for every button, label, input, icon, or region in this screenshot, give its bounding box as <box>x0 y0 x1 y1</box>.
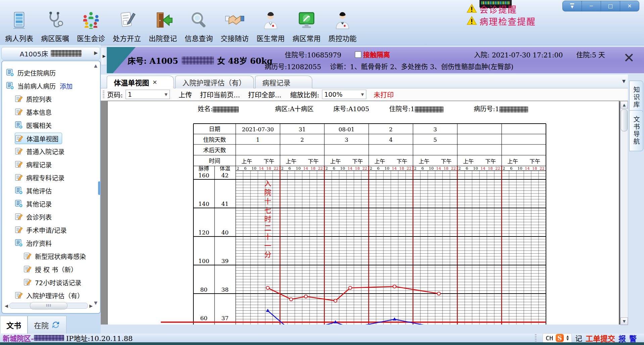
tree-scrollbar-thumb[interactable] <box>98 181 100 195</box>
sidebar-item-8[interactable]: 病程记录 <box>15 159 52 170</box>
pathology-alert-label[interactable]: 病理检查提醒 <box>479 15 536 27</box>
toolbar-button-9[interactable]: 病区常用 <box>289 3 324 43</box>
svg-text:14: 14 <box>259 166 264 171</box>
svg-text:2: 2 <box>301 137 304 143</box>
sidebar-item-label: 病程专科记录 <box>26 173 64 182</box>
document-tab-2[interactable]: 入院护理评估（有） <box>175 76 254 88</box>
sidebar-item-10[interactable]: 其他评估 <box>15 185 52 196</box>
admission-number-label: 住院号:10685979 <box>285 50 341 59</box>
sogou-ime-icon[interactable]: S <box>556 334 564 342</box>
tree-scroll-up-icon[interactable]: ▲ <box>94 63 97 68</box>
toolbar-button-7[interactable]: 交接随访 <box>218 3 252 43</box>
sidebar-item-3[interactable]: 质控列表 <box>15 93 52 104</box>
page-number-label: 页码: <box>107 90 123 99</box>
tab-close-icon[interactable]: ✕ <box>152 79 157 86</box>
sidebar-item-7[interactable]: 普通入院记录 <box>15 146 64 157</box>
sidebar-item-4[interactable]: 基本信息 <box>15 106 52 117</box>
vscroll-thumb[interactable] <box>621 109 628 131</box>
patient-name-redacted <box>182 56 214 64</box>
ime-arrows-icon[interactable]: ▲▼ <box>566 335 569 341</box>
record-number-label: 病历号:12082055 <box>265 61 321 71</box>
sidebar-item-9[interactable]: 病程专科记录 <box>15 172 64 183</box>
pulse-point <box>304 295 307 298</box>
toolbar-button-1[interactable]: 病人列表 <box>2 3 36 43</box>
window-minimize-button[interactable]: ─ <box>582 1 601 11</box>
scroll-right-icon[interactable]: ▶ <box>88 303 94 308</box>
toolbar-button-5[interactable]: 出院登记 <box>146 3 180 43</box>
admission-annotation-char: 十 <box>264 197 271 205</box>
sidebar-item-16[interactable]: 授 权 书（新） <box>24 264 77 274</box>
toolbar-button-10[interactable]: 质控功能 <box>325 3 360 43</box>
patient-name-redacted <box>51 50 82 57</box>
diagnosis-label: 诊断：1、骶骨骨折 2、多处挫伤 3、创伤性骼部血肿(左臀部) <box>330 61 514 71</box>
toolbar-button-6[interactable]: 信息查询 <box>182 3 216 43</box>
sidebar-item-6[interactable]: 体温单视图 <box>15 133 62 144</box>
svg-text:2: 2 <box>325 166 328 171</box>
sidebar-item-label: 当前病人病历 <box>17 81 56 90</box>
sidebar-item-11[interactable]: 其他记录 <box>15 198 52 209</box>
window-close-button[interactable]: ✕ <box>620 1 639 11</box>
alarm-button[interactable]: 报警 <box>618 333 640 343</box>
document-tab-3[interactable]: 病程记录 <box>255 76 312 88</box>
toolbar-button-2[interactable]: 病区医嘱 <box>38 3 72 43</box>
add-record-link[interactable]: 添加 <box>60 81 73 90</box>
print-current-page-button[interactable]: 打印当前页... <box>200 90 240 99</box>
svg-text:140: 140 <box>198 201 209 207</box>
sidebar-item-2[interactable]: 当前病人病历添加 <box>6 80 73 91</box>
chevron-down-icon[interactable]: ▼ <box>165 92 167 97</box>
print-all-button[interactable]: 打印全部... <box>248 90 281 99</box>
document-tab-1[interactable]: 体温单视图✕ <box>107 76 174 88</box>
toolbar-button-3[interactable]: 医生会诊 <box>74 3 108 43</box>
isolation-checkbox[interactable] <box>355 51 361 58</box>
emr-application-window: { "window": { "controls": [ {"name": "wi… <box>0 0 644 345</box>
sidebar-item-17[interactable]: 72小时谈话记录 <box>24 277 81 288</box>
scroll-up-icon[interactable]: ▲ <box>620 101 628 109</box>
consult-alert[interactable]: 会诊提醒 <box>467 3 517 15</box>
svg-text:2: 2 <box>414 166 416 171</box>
zoom-ratio-label: 缩放比例: <box>290 90 319 99</box>
sidebar-expand-icon[interactable]: ▶ <box>94 50 98 55</box>
toolbar-button-8[interactable]: 医生常用 <box>254 3 288 43</box>
refresh-icon[interactable] <box>51 320 60 329</box>
scroll-left-icon[interactable]: ◀ <box>3 303 9 308</box>
svg-text:14: 14 <box>525 166 530 171</box>
note-label[interactable]: 记 <box>575 333 582 343</box>
sidebar-item-18[interactable]: 入院护理评估（有） <box>15 290 84 301</box>
pathology-alert[interactable]: 病理检查提醒 <box>467 15 536 27</box>
svg-text:脉搏: 脉搏 <box>198 166 209 172</box>
patient-close-icon[interactable]: ✕ <box>623 51 635 64</box>
consult-alert-label[interactable]: 会诊提醒 <box>479 3 517 15</box>
upload-button[interactable]: 上传 <box>179 90 192 99</box>
sidebar-bottom-tab-2[interactable]: 在院 <box>28 316 66 334</box>
sidebar-bed-header[interactable]: A1005床 ▶ <box>1 47 100 60</box>
hscroll-thumb[interactable]: ⦀⦀⦀ <box>30 302 67 309</box>
scroll-down-icon[interactable]: ▼ <box>620 317 628 325</box>
toolbar-button-4[interactable]: 处方开立 <box>110 3 144 43</box>
sidebar-item-5[interactable]: 医嘱相关 <box>15 120 52 130</box>
stethoscope-icon <box>45 11 65 30</box>
ime-mode-label[interactable]: CH <box>546 335 553 342</box>
sidebar-item-14[interactable]: 治疗资料 <box>15 238 52 248</box>
tab-list-dropdown-icon[interactable]: ▼ <box>622 79 626 84</box>
sidebar-item-13[interactable]: 手术申请/记录 <box>15 224 66 235</box>
worksheet-submit-button[interactable]: 工单提交 <box>586 333 615 343</box>
svg-text:3: 3 <box>433 126 437 133</box>
window-maximize-button[interactable]: □ <box>601 1 620 11</box>
tab-document-nav[interactable]: 文书导航 <box>629 110 643 151</box>
temperature-sheet-page[interactable]: 姓名: 病区:A十病区 床号:A1005 住院号:1 病历号:1 日期住院天数术… <box>107 101 619 325</box>
tree-horizontal-scrollbar: ◀ ⦀⦀⦀ ▶ <box>3 302 94 309</box>
zoom-ratio-input[interactable]: 100% ▼ <box>322 90 366 99</box>
document-toolbar: 页码: 1 ▼ 上传 打印当前页... 打印全部... 缩放比例: 100% ▼… <box>101 88 628 101</box>
hscroll-track[interactable]: ⦀⦀⦀ <box>9 303 88 309</box>
chevron-down-icon[interactable]: ▼ <box>361 92 364 97</box>
sidebar-bottom-tab-1[interactable]: 文书 <box>0 316 28 334</box>
sidebar-item-12[interactable]: 会诊列表 <box>15 211 52 222</box>
tree-scroll-down-icon[interactable]: ▼ <box>94 300 97 305</box>
ip-address-label: IP地址:10.20.11.88 <box>66 333 133 343</box>
sidebar-collapse-handle[interactable]: ▶ <box>101 47 107 65</box>
sidebar-item-15[interactable]: 新型冠状病毒感染 <box>24 251 86 261</box>
page-number-input[interactable]: 1 ▼ <box>126 90 170 99</box>
sidebar-item-1[interactable]: 历史住院病历 <box>6 67 56 78</box>
tab-knowledge-base[interactable]: 知识库 <box>629 81 643 114</box>
window-collapse-button[interactable]: ▼ <box>563 1 582 11</box>
